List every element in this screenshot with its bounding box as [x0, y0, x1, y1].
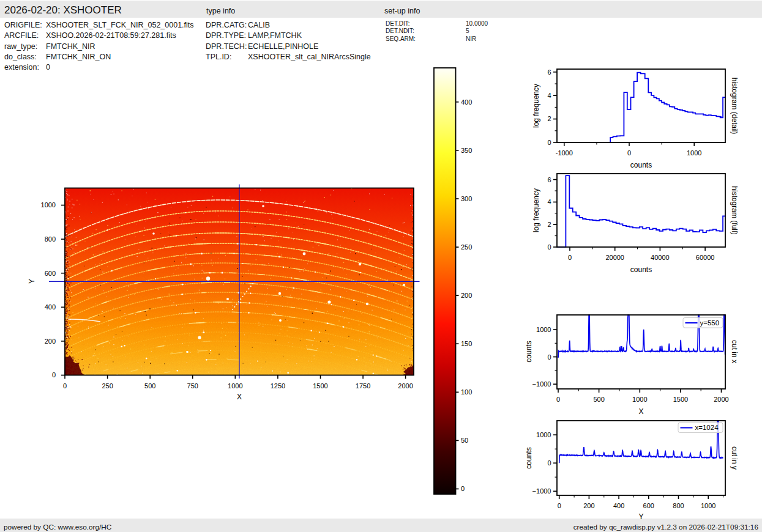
svg-text:X: X [237, 393, 242, 401]
svg-text:400: 400 [45, 303, 56, 311]
svg-text:1500: 1500 [673, 396, 688, 403]
svg-text:1500: 1500 [313, 382, 327, 390]
svg-text:cut in y: cut in y [730, 446, 739, 470]
svg-text:0: 0 [547, 353, 551, 361]
svg-text:250: 250 [461, 243, 472, 251]
svg-text:1000: 1000 [632, 396, 647, 403]
svg-text:1000: 1000 [701, 502, 715, 509]
svg-text:750: 750 [187, 382, 198, 390]
svg-text:2000: 2000 [398, 382, 413, 390]
svg-text:0: 0 [547, 139, 551, 146]
svg-text:2: 2 [547, 115, 551, 122]
svg-text:6: 6 [547, 68, 551, 76]
svg-text:−1000: −1000 [532, 380, 551, 388]
svg-text:400: 400 [613, 502, 624, 509]
svg-text:0: 0 [558, 502, 561, 509]
svg-text:0: 0 [52, 371, 56, 379]
svg-text:800: 800 [673, 502, 684, 509]
svg-text:4: 4 [547, 198, 551, 205]
svg-text:400: 400 [461, 98, 472, 106]
svg-text:Y: Y [28, 279, 36, 284]
svg-text:100: 100 [461, 388, 472, 396]
svg-text:1000: 1000 [536, 431, 551, 438]
svg-text:350: 350 [461, 147, 472, 154]
svg-text:log frequency: log frequency [532, 84, 540, 128]
svg-text:200: 200 [45, 338, 56, 345]
svg-text:600: 600 [643, 502, 654, 509]
svg-text:20000: 20000 [605, 254, 624, 261]
svg-text:-1000: -1000 [556, 149, 573, 157]
svg-text:250: 250 [102, 382, 113, 390]
svg-text:600: 600 [45, 270, 56, 277]
svg-text:0: 0 [547, 243, 551, 251]
svg-text:counts: counts [525, 341, 533, 362]
svg-text:0: 0 [627, 149, 631, 157]
svg-text:2000: 2000 [714, 396, 728, 403]
svg-text:50: 50 [461, 437, 468, 444]
svg-text:1000: 1000 [228, 382, 242, 390]
svg-text:0: 0 [568, 254, 572, 261]
svg-text:0: 0 [556, 396, 560, 403]
svg-text:y=550: y=550 [700, 319, 720, 327]
svg-text:X: X [638, 407, 643, 416]
svg-text:−1000: −1000 [532, 487, 551, 495]
svg-text:500: 500 [144, 382, 155, 390]
svg-text:150: 150 [461, 340, 472, 347]
svg-text:cut in x: cut in x [730, 340, 739, 363]
svg-text:log frequency: log frequency [532, 188, 540, 232]
svg-text:1750: 1750 [356, 382, 370, 390]
svg-text:40000: 40000 [651, 254, 670, 261]
svg-text:Y: Y [638, 512, 643, 521]
svg-text:6: 6 [547, 176, 551, 183]
svg-text:60000: 60000 [696, 254, 715, 261]
svg-text:2: 2 [547, 221, 551, 228]
svg-text:histogram (detail): histogram (detail) [730, 78, 739, 135]
svg-text:counts: counts [525, 447, 533, 468]
svg-text:counts: counts [630, 265, 652, 274]
svg-text:1000: 1000 [536, 326, 551, 333]
svg-text:x=1024: x=1024 [695, 424, 719, 431]
svg-text:300: 300 [461, 195, 472, 202]
svg-text:1000: 1000 [687, 149, 701, 157]
svg-text:800: 800 [45, 235, 56, 243]
svg-text:0: 0 [547, 459, 551, 467]
svg-text:4: 4 [547, 92, 551, 99]
svg-text:0: 0 [63, 382, 67, 390]
svg-text:histogram (full): histogram (full) [730, 186, 739, 234]
svg-text:1250: 1250 [271, 382, 285, 390]
svg-text:0: 0 [461, 485, 465, 492]
svg-text:1000: 1000 [41, 201, 56, 209]
svg-text:500: 500 [593, 396, 604, 403]
svg-text:counts: counts [630, 161, 652, 169]
svg-text:200: 200 [461, 292, 472, 299]
svg-text:200: 200 [583, 502, 594, 509]
